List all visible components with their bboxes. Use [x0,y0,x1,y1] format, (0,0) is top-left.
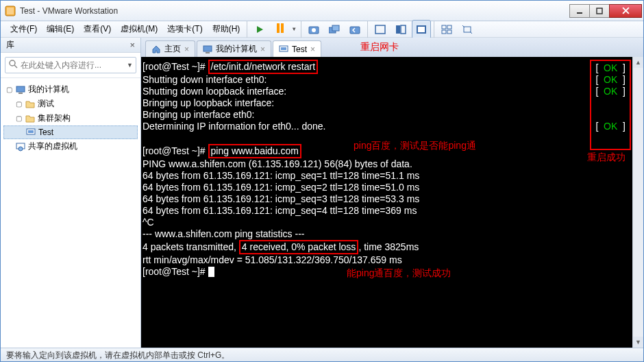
cursor [208,267,214,277]
close-button[interactable] [609,4,642,18]
tree-folder-cluster[interactable]: ▢ 集群架构 [3,111,138,125]
menu-vm[interactable]: 虚拟机(M) [116,22,162,36]
menu-help[interactable]: 帮助(H) [208,22,245,36]
tab-label: 主页 [164,43,181,55]
svg-point-8 [312,28,316,32]
vm-icon [26,128,36,137]
computer-icon [16,85,25,95]
terminal-line: 64 bytes from 61.135.169.121: icmp_seq=2… [143,182,642,193]
svg-line-25 [14,65,17,68]
annotation-restart-nic: 重启网卡 [360,41,399,53]
svg-rect-32 [203,46,212,51]
scroll-thumb[interactable] [634,69,643,335]
terminal-line: Bringing up interface eth0: [143,109,642,121]
tab-test[interactable]: Test × [273,40,321,57]
svg-rect-11 [350,27,360,34]
annotation-restart-ok: 重启成功 [587,152,626,163]
tab-label: 我的计算机 [216,43,257,55]
annotation-ping-ok: 能ping通百度，测试成功 [347,267,451,279]
annotation-ping-test: ping百度，测试是否能ping通 [354,140,476,152]
tree-label: 我的计算机 [28,84,69,95]
separator [301,21,301,38]
tab-close-icon[interactable]: × [310,45,315,54]
status-ok-block: [ OK ] [ OK ] [ OK ] [ OK ] [590,60,631,150]
menu-view[interactable]: 查看(V) [79,22,115,36]
search-input[interactable] [21,60,124,70]
terminal[interactable]: [root@Test ~]# /etc/init.d/network resta… [141,57,643,348]
fullscreen-button[interactable] [371,20,390,39]
search-box[interactable]: ▼ [5,57,136,73]
svg-rect-13 [396,25,400,34]
scroll-down-button[interactable]: ▼ [633,337,643,348]
menu-edit[interactable]: 编辑(E) [42,22,78,36]
thumbnail-button[interactable] [437,20,456,39]
svg-rect-27 [18,93,23,94]
shared-icon [16,142,25,152]
svg-rect-19 [442,30,446,34]
sidebar-close-button[interactable]: × [129,40,135,50]
menubar: 文件(F) 编辑(E) 查看(V) 虚拟机(M) 选项卡(T) 帮助(H) ▼ [1,21,643,38]
pause-button[interactable] [271,20,290,39]
window-controls [570,4,642,18]
svg-rect-33 [206,52,210,53]
svg-rect-14 [401,25,406,34]
tree-label: Test [38,128,53,137]
expand-icon[interactable]: ▢ [14,100,23,108]
highlighted-result: 4 received, 0% packet loss [239,240,359,254]
maximize-button[interactable] [589,4,610,18]
minimize-button[interactable] [569,4,590,18]
app-icon [5,5,16,16]
svg-marker-6 [257,26,263,33]
stretch-button[interactable] [458,20,477,39]
statusbar: 要将输入定向到该虚拟机，请在虚拟机内部单击或按 Ctrl+G。 [1,348,643,361]
snapshot-manager-button[interactable] [325,20,344,39]
revert-button[interactable] [345,20,364,39]
search-dropdown[interactable]: ▼ [127,62,133,69]
expand-icon[interactable]: ▢ [14,114,23,122]
tab-mycomputer[interactable]: 我的计算机 × [197,40,271,57]
collapse-icon[interactable]: ▢ [5,86,13,93]
unity-button[interactable] [391,20,410,39]
terminal-line: Shutting down interface eth0: [143,74,642,86]
scroll-up-button[interactable]: ▲ [633,57,643,68]
console-view-button[interactable] [412,20,431,39]
main-area: 库 × ▼ ▢ 我的计算机 ▢ 测试 ▢ 集群架 [1,38,643,348]
terminal-line: Shutting down loopback interface: [143,86,642,97]
tree-my-computer[interactable]: ▢ 我的计算机 [3,82,138,97]
window-title: Test - VMware Workstation [20,6,118,16]
power-dropdown[interactable]: ▼ [291,26,298,32]
menu-tabs[interactable]: 选项卡(T) [163,22,206,36]
vm-icon [279,45,288,54]
computer-icon [203,45,212,54]
vertical-scrollbar[interactable]: ▲ ▼ [632,57,643,348]
separator [367,21,368,38]
terminal-line: 64 bytes from 61.135.169.121: icmp_seq=3… [143,193,642,205]
tab-home[interactable]: 主页 × [145,40,195,57]
svg-point-31 [18,147,23,151]
terminal-line: [root@Test ~]# /etc/init.d/network resta… [143,60,642,74]
snapshot-button[interactable] [304,20,323,39]
content-area: 主页 × 我的计算机 × Test × [root@Test ~]# /etc/… [141,38,643,348]
library-tree: ▢ 我的计算机 ▢ 测试 ▢ 集群架构 Test 共享的虚拟机 [1,78,140,158]
menu-file[interactable]: 文件(F) [6,22,41,36]
svg-rect-12 [375,25,385,34]
tab-close-icon[interactable]: × [184,45,189,54]
terminal-line: 64 bytes from 61.135.169.121: icmp_seq=1… [143,170,642,182]
tab-close-icon[interactable]: × [260,45,265,54]
terminal-line: Bringing up loopback interface: [143,97,642,109]
svg-rect-17 [442,25,446,29]
power-on-button[interactable] [250,20,269,39]
svg-rect-3 [597,8,602,14]
folder-icon [25,99,35,109]
separator [434,21,434,38]
svg-rect-16 [418,27,425,32]
separator [247,21,247,38]
folder-icon [25,114,35,123]
sidebar-header: 库 × [1,38,140,53]
tree-vm-test[interactable]: Test [3,125,138,139]
terminal-line: Determining IP information for eth0... d… [143,121,642,132]
terminal-line: PING www.a.shifen.com (61.135.169.121) 5… [143,158,642,170]
tree-shared-vms[interactable]: 共享的虚拟机 [3,139,138,154]
svg-rect-10 [332,25,339,31]
tree-folder-test[interactable]: ▢ 测试 [3,97,138,111]
